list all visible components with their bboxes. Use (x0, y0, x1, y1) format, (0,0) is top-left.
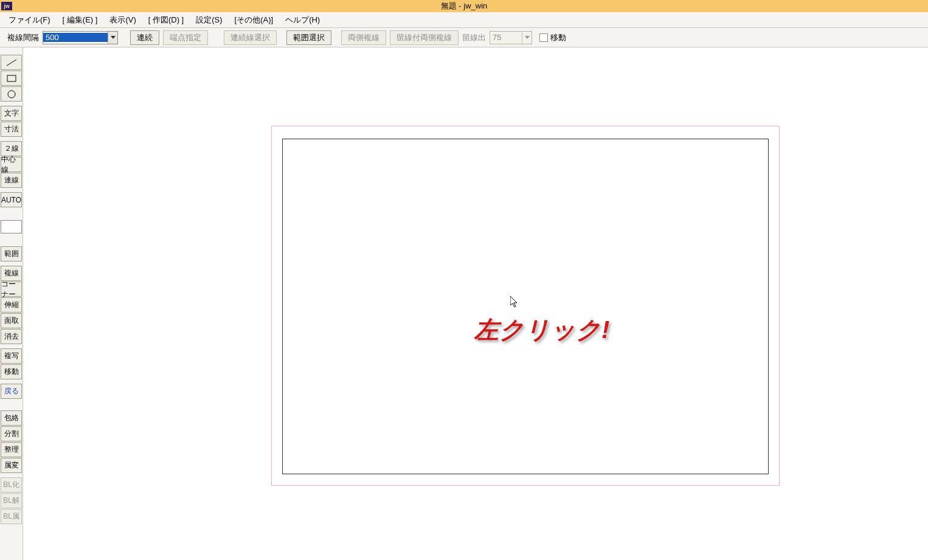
polyline-tool[interactable]: 連線 (1, 173, 22, 188)
tomesen-value: 75 (490, 33, 522, 42)
move-tool[interactable]: 移動 (1, 364, 22, 379)
blzok-tool[interactable]: BL属 (1, 509, 22, 524)
dim-tool[interactable]: 寸法 (1, 122, 22, 137)
rect-tool[interactable] (1, 71, 22, 86)
menu-view[interactable]: 表示(V) (103, 13, 142, 27)
menu-file[interactable]: ファイル(F) (2, 13, 57, 27)
cleanup-tool[interactable]: 整理 (1, 442, 22, 457)
extend-tool[interactable]: 伸縮 (1, 297, 22, 313)
text-tool[interactable]: 文字 (1, 106, 22, 121)
svg-rect-3 (7, 75, 16, 81)
blkai-tool[interactable]: BL解 (1, 493, 22, 508)
option-toolbar: 複線間隔 500 連続 端点指定 連続線選択 範囲選択 両側複線 留線付両側複線… (0, 28, 928, 47)
title-bar: jw 無題 - jw_win (0, 0, 928, 12)
tomesen-label: 留線出 (462, 32, 486, 43)
range-tool[interactable]: 範囲 (1, 246, 22, 261)
annotation-left-click: 左クリック! (474, 313, 610, 347)
svg-marker-1 (525, 36, 530, 39)
left-input[interactable] (1, 220, 22, 233)
horaku-tool[interactable]: 包絡 (1, 410, 22, 426)
app-icon-text: jw (4, 3, 10, 9)
move-checkbox[interactable]: 移動 (539, 32, 566, 43)
window-title: 無題 - jw_win (441, 1, 488, 12)
svg-line-2 (7, 60, 16, 66)
btn-hanisentaku[interactable]: 範囲選択 (286, 30, 331, 45)
line-tool[interactable] (1, 55, 22, 70)
spacing-label: 複線間隔 (7, 32, 39, 43)
btn-renzokusen[interactable]: 連続線選択 (224, 30, 277, 45)
drawn-rectangle (282, 139, 769, 474)
btn-tanten[interactable]: 端点指定 (163, 30, 208, 45)
spacing-dropdown-icon[interactable] (108, 32, 117, 44)
app-icon: jw (1, 2, 12, 10)
chamfer-tool[interactable]: 面取 (1, 313, 22, 328)
svg-point-4 (8, 91, 15, 98)
cursor-icon (510, 296, 520, 308)
drawing-canvas[interactable]: 左クリック! (23, 47, 928, 560)
centerline-tool[interactable]: 中心線 (1, 157, 22, 172)
tomesen-dropdown-icon[interactable] (522, 32, 532, 44)
btn-ryogawa[interactable]: 両側複線 (341, 30, 386, 45)
blka-tool[interactable]: BL化 (1, 477, 22, 493)
menu-edit[interactable]: [ 編集(E) ] (57, 13, 104, 27)
tomesen-combo[interactable]: 75 (490, 31, 532, 44)
attr-tool[interactable]: 属変 (1, 458, 22, 473)
split-tool[interactable]: 分割 (1, 426, 22, 441)
move-checkbox-label: 移動 (550, 32, 566, 43)
spacing-combo[interactable]: 500 (43, 31, 118, 44)
copy-tool[interactable]: 複写 (1, 348, 22, 364)
menu-draw[interactable]: [ 作図(D) ] (142, 13, 190, 27)
btn-tomesen-ryogawa[interactable]: 留線付両側複線 (390, 30, 459, 45)
spacing-value[interactable]: 500 (43, 33, 108, 42)
svg-marker-5 (510, 296, 517, 307)
left-tool-column: 文字 寸法 ２線 中心線 連線 AUTO 範囲 複線 コーナー 伸縮 面取 消去… (0, 47, 23, 560)
circle-tool[interactable] (1, 86, 22, 102)
menu-bar: ファイル(F) [ 編集(E) ] 表示(V) [ 作図(D) ] 設定(S) … (0, 12, 928, 28)
undo-tool[interactable]: 戻る (1, 384, 22, 399)
menu-other[interactable]: [その他(A)] (229, 13, 280, 27)
move-checkbox-box[interactable] (539, 33, 548, 42)
menu-help[interactable]: ヘルプ(H) (279, 13, 326, 27)
corner-tool[interactable]: コーナー (1, 282, 22, 297)
auto-tool[interactable]: AUTO (1, 192, 22, 207)
erase-tool[interactable]: 消去 (1, 329, 22, 344)
svg-marker-0 (111, 36, 116, 39)
menu-settings[interactable]: 設定(S) (190, 13, 228, 27)
btn-renzoku[interactable]: 連続 (130, 30, 159, 45)
